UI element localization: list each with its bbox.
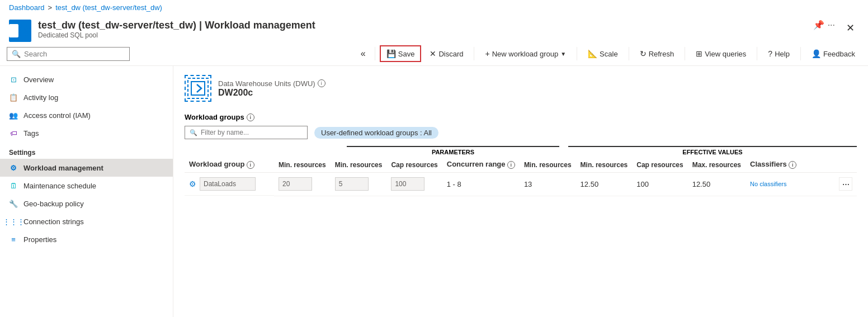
dwu-info-icon[interactable]: i	[318, 79, 326, 87]
sidebar-item-label-properties: Properties	[23, 235, 56, 244]
discard-icon: ✕	[430, 49, 436, 58]
geobackup-icon: 🔧	[9, 199, 18, 208]
breadcrumb-separator: >	[48, 3, 53, 12]
td-min-res2	[331, 173, 387, 196]
breadcrumb-current[interactable]: test_dw (test_dw-server/test_dw)	[55, 3, 162, 12]
min-resources-input[interactable]	[279, 177, 312, 191]
dwu-section: Data Warehouse Units (DWU) i DW200c	[185, 75, 857, 102]
workload-groups-table-container: PARAMETERS EFFECTIVE VALUES Workload gro…	[185, 146, 857, 196]
scale-button[interactable]: 📐 Scale	[582, 46, 624, 61]
sidebar-item-label-overview: Overview	[23, 75, 54, 84]
toolbar-separator-4	[629, 47, 629, 60]
th-actions	[834, 157, 857, 173]
min-resources2-input[interactable]	[335, 177, 369, 191]
discard-button[interactable]: ✕ Discard	[423, 46, 469, 61]
toolbar-separator-3	[577, 47, 577, 60]
classifiers-info-icon[interactable]: i	[789, 161, 796, 169]
td-cap-res-eff: 100	[632, 173, 687, 196]
page-header: test_dw (test_dw-server/test_dw) | Workl…	[0, 15, 868, 42]
th-workload-group: Workload group i	[185, 157, 274, 173]
feedback-icon: 👤	[812, 49, 821, 58]
toolbar-separator-5	[685, 47, 685, 60]
dwu-value: DW200c	[218, 88, 326, 98]
dwu-label: Data Warehouse Units (DWU) i	[218, 79, 326, 88]
sidebar-item-iam[interactable]: 👥 Access control (IAM)	[0, 106, 173, 124]
row-menu-button[interactable]: ⋯	[839, 177, 852, 191]
sidebar-item-maintenance[interactable]: 🗓 Maintenance schedule	[0, 177, 173, 195]
help-icon: ?	[768, 49, 772, 58]
sidebar-collapse-btn[interactable]: «	[356, 46, 370, 61]
workload-groups-header: Workload groups i	[185, 113, 857, 121]
dwu-svg-icon	[187, 77, 209, 100]
search-input[interactable]	[24, 50, 114, 58]
th-min-resources-eff: Min. resources	[520, 157, 576, 173]
tags-icon: 🏷	[9, 129, 18, 138]
new-workload-group-button[interactable]: + New workload group ▼	[479, 46, 572, 61]
wg-info-icon[interactable]: i	[247, 113, 254, 121]
sidebar-item-overview[interactable]: ⊡ Overview	[0, 70, 173, 88]
filter-icon: 🔍	[190, 129, 197, 136]
workload-groups-title: Workload groups i	[185, 113, 254, 121]
sidebar: ⊡ Overview 📋 Activity log 👥 Access contr…	[0, 66, 173, 317]
sidebar-item-label-activity: Activity log	[23, 93, 58, 102]
td-row-menu: ⋯	[834, 173, 857, 196]
filter-box[interactable]: 🔍	[185, 126, 308, 139]
workload-mgmt-icon: ⚙	[9, 163, 18, 172]
search-icon: 🔍	[12, 50, 21, 58]
settings-section-label: Settings	[0, 142, 173, 159]
more-options-icon[interactable]: ···	[828, 20, 835, 30]
connection-icon: ⋮⋮⋮	[9, 217, 18, 226]
sidebar-item-geo-backup[interactable]: 🔧 Geo-backup policy	[0, 195, 173, 212]
sidebar-item-tags[interactable]: 🏷 Tags	[0, 124, 173, 142]
access-icon: 👥	[9, 111, 18, 120]
sidebar-item-label-workload: Workload management	[23, 164, 103, 172]
page-title: test_dw (test_dw-server/test_dw) | Workl…	[38, 20, 802, 31]
overview-icon: ⊡	[9, 75, 18, 84]
pin-icon[interactable]: 📌	[813, 20, 824, 30]
save-button[interactable]: 💾 Save	[380, 45, 422, 62]
help-button[interactable]: ? Help	[762, 46, 796, 61]
td-min-res-eff: 13	[520, 173, 576, 196]
view-queries-icon: ⊞	[696, 49, 702, 58]
table-header-row: Workload group i Min. resources Min. res…	[185, 157, 857, 173]
sidebar-item-activity-log[interactable]: 📋 Activity log	[0, 88, 173, 106]
td-min-res2-eff: 12.50	[576, 173, 633, 196]
spacer	[185, 146, 347, 155]
section-labels: PARAMETERS EFFECTIVE VALUES	[185, 146, 857, 155]
toolbar-separator-1	[375, 47, 375, 60]
sidebar-item-connection-strings[interactable]: ⋮⋮⋮ Connection strings	[0, 212, 173, 230]
breadcrumb-home[interactable]: Dashboard	[9, 3, 45, 12]
row-icon: ⚙	[189, 179, 196, 188]
svg-rect-3	[191, 82, 205, 95]
sidebar-item-label-geobackup: Geo-backup policy	[23, 200, 84, 208]
dwu-info: Data Warehouse Units (DWU) i DW200c	[218, 79, 326, 98]
toolbar: 🔍 « 💾 Save ✕ Discard + New workload grou…	[0, 42, 868, 66]
toolbar-separator-7	[800, 47, 801, 60]
sidebar-item-properties[interactable]: ≡ Properties	[0, 230, 173, 248]
workload-name-input[interactable]	[200, 177, 256, 191]
td-classifiers: No classifiers	[746, 173, 834, 196]
th-cap-resources-eff: Cap resources	[632, 157, 687, 173]
plus-icon: +	[485, 49, 489, 58]
refresh-icon: ↻	[640, 49, 647, 58]
close-icon[interactable]: ✕	[842, 20, 859, 36]
cap-resources-input[interactable]	[391, 177, 424, 191]
feedback-button[interactable]: 👤 Feedback	[805, 46, 861, 61]
title-area: test_dw (test_dw-server/test_dw) | Workl…	[38, 20, 802, 39]
user-defined-badge[interactable]: User-defined workload groups : All	[314, 127, 438, 139]
th-min-resources-eff2: Min. resources	[576, 157, 633, 173]
sidebar-item-workload-management[interactable]: ⚙ Workload management	[0, 159, 173, 177]
filter-input[interactable]	[201, 129, 290, 136]
main-content: Data Warehouse Units (DWU) i DW200c Work…	[173, 66, 868, 317]
refresh-button[interactable]: ↻ Refresh	[634, 46, 681, 61]
td-workload-name: ⚙	[185, 173, 274, 196]
workload-icon	[18, 22, 31, 40]
sidebar-item-label-connection: Connection strings	[23, 217, 84, 226]
maintenance-icon: 🗓	[9, 181, 18, 190]
search-box[interactable]: 🔍	[7, 47, 130, 61]
sidebar-search-area: 🔍	[7, 47, 130, 61]
concurr-info-icon[interactable]: i	[507, 161, 515, 169]
view-queries-button[interactable]: ⊞ View queries	[690, 46, 752, 61]
wg-col-info-icon[interactable]: i	[247, 161, 254, 169]
scale-icon: 📐	[588, 49, 597, 58]
